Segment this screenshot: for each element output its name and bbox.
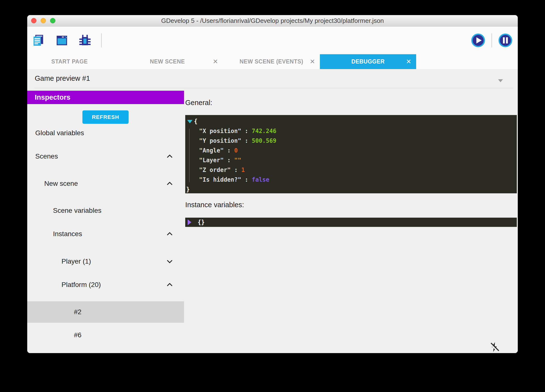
json-row-x-position: "X position" : 742.246	[185, 126, 517, 136]
bug-icon[interactable]	[78, 34, 92, 47]
json-value: 742.246	[252, 128, 276, 134]
close-window-icon[interactable]	[31, 18, 36, 23]
json-value: 500.569	[252, 137, 276, 144]
traffic-lights	[31, 15, 55, 26]
flash-off-icon[interactable]	[489, 341, 500, 353]
divider	[35, 88, 513, 88]
game-preview-label: Game preview #1	[35, 69, 90, 88]
instance-variables-section-label: Instance variables:	[185, 201, 244, 209]
tab-new-scene[interactable]: NEW SCENE ✕	[112, 54, 223, 69]
toolbar-divider	[101, 33, 102, 47]
chevron-up-icon[interactable]	[165, 230, 174, 238]
json-row-angle: "Angle" : 0	[185, 146, 517, 155]
tree-item-player[interactable]: Player (1)	[27, 251, 184, 272]
tree-item-new-scene[interactable]: New scene	[27, 173, 184, 194]
gdevelop-window: GDevelop 5 - /Users/florianrival/GDevelo…	[27, 15, 518, 353]
play-icon[interactable]	[471, 33, 485, 47]
instance-variables-json-view: {}	[185, 218, 517, 227]
tree-item-instance-2[interactable]: #2	[27, 301, 184, 323]
inspectors-header: Inspectors	[27, 91, 184, 104]
tree-item-scenes[interactable]: Scenes	[27, 146, 184, 167]
close-icon[interactable]: ✕	[406, 54, 411, 69]
window-title: GDevelop 5 - /Users/florianrival/GDevelo…	[27, 15, 518, 26]
json-row-layer: "Layer" : ""	[185, 155, 517, 165]
game-preview-selector[interactable]: Game preview #1	[27, 69, 518, 88]
triangle-right-icon[interactable]	[188, 219, 191, 225]
empty-object: {}	[198, 219, 205, 226]
preview-window-icon[interactable]	[55, 34, 69, 47]
tab-label: START PAGE	[51, 58, 88, 65]
general-json-view: { "X position" : 742.246 "Y position" : …	[185, 115, 517, 193]
zoom-window-icon[interactable]	[50, 18, 55, 23]
tab-label: NEW SCENE	[150, 58, 185, 65]
tree-item-scene-variables[interactable]: Scene variables	[27, 200, 184, 221]
tab-debugger[interactable]: DEBUGGER ✕	[320, 54, 416, 69]
indent-guide	[189, 129, 190, 182]
tab-label: NEW SCENE (EVENTS)	[239, 58, 303, 65]
chevron-up-icon[interactable]	[165, 280, 174, 289]
close-icon[interactable]: ✕	[213, 54, 218, 69]
refresh-button[interactable]: REFRESH	[82, 110, 129, 124]
tab-new-scene-events[interactable]: NEW SCENE (EVENTS) ✕	[223, 54, 320, 69]
minimize-window-icon[interactable]	[41, 18, 46, 23]
project-manager-icon[interactable]	[32, 34, 46, 47]
json-value: false	[252, 176, 269, 183]
dropdown-caret-icon[interactable]	[498, 79, 503, 82]
tree-item-platform[interactable]: Platform (20)	[27, 274, 184, 295]
chevron-up-icon[interactable]	[165, 152, 174, 161]
tab-label: DEBUGGER	[352, 58, 385, 65]
close-icon[interactable]: ✕	[310, 54, 315, 69]
inspectors-title: Inspectors	[35, 91, 184, 104]
pause-icon[interactable]	[498, 33, 512, 47]
tree-item-instances[interactable]: Instances	[27, 223, 184, 245]
title-bar: GDevelop 5 - /Users/florianrival/GDevelo…	[27, 15, 518, 27]
open-brace: {	[194, 118, 197, 125]
triangle-down-icon[interactable]	[187, 120, 193, 123]
general-section-label: General:	[185, 99, 212, 107]
screen: GDevelop 5 - /Users/florianrival/GDevelo…	[0, 0, 545, 392]
tree-item-global-variables[interactable]: Global variables	[27, 122, 184, 144]
json-row-is-hidden: "Is hidden?" : false	[185, 175, 517, 185]
json-row-y-position: "Y position" : 500.569	[185, 136, 517, 146]
chevron-up-icon[interactable]	[165, 179, 174, 188]
playback-divider	[492, 33, 492, 47]
json-row-z-order: "Z order" : 1	[185, 165, 517, 175]
debugger-content: Game preview #1 Inspectors REFRESH Globa…	[27, 69, 518, 353]
toolbar-playback-group	[471, 33, 512, 47]
close-brace: }	[186, 186, 190, 193]
tab-start-page[interactable]: START PAGE	[27, 54, 112, 69]
chevron-down-icon[interactable]	[165, 257, 174, 266]
tree-item-instance-6[interactable]: #6	[27, 324, 184, 346]
json-value: 1	[241, 167, 245, 173]
json-value: ""	[234, 157, 241, 164]
tab-bar: START PAGE NEW SCENE ✕ NEW SCENE (EVENTS…	[27, 54, 518, 69]
toolbar	[27, 27, 518, 54]
json-value: 0	[234, 147, 238, 154]
